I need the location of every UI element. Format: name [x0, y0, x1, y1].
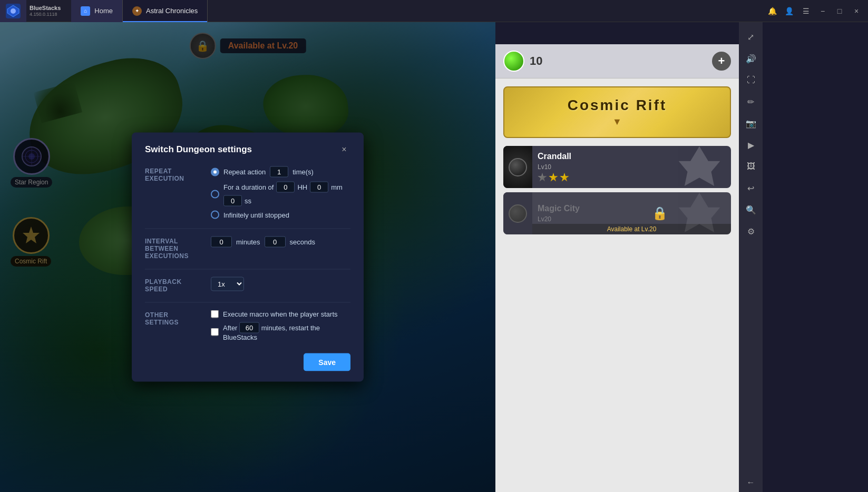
window-controls: 🔔 👤 ☰ − □ ×	[765, 4, 864, 18]
repeat-action-radio[interactable]	[211, 168, 219, 176]
volume-icon[interactable]: 🔊	[742, 49, 760, 68]
interval-minutes-input[interactable]	[211, 237, 232, 248]
account-btn[interactable]: 👤	[782, 4, 796, 18]
restart-minutes-input[interactable]	[239, 322, 259, 333]
interval-minutes-label: minutes	[236, 238, 260, 246]
cosmic-rift-title: Cosmic Rift	[514, 97, 720, 114]
right-panel: 10 + Cosmic Rift ▼ Crandall Lv10	[495, 44, 739, 492]
crandall-avatar-ball	[509, 158, 527, 176]
mm-input[interactable]	[223, 195, 242, 206]
magic-city-lock-icon: 🔒	[652, 206, 668, 221]
right-toolbar: ⤢ 🔊 ⛶ ✏ 📷 ▶ 🖼 ↩ 🔍 ⚙ ←	[739, 22, 763, 492]
for-duration-row: For a duration of HH mm ss	[211, 182, 350, 206]
mm-label: mm	[331, 183, 343, 191]
execute-macro-checkbox[interactable]	[211, 310, 219, 318]
dialog-title: Switch Dungeon settings	[145, 144, 252, 155]
dialog-close-button[interactable]: ×	[338, 143, 350, 156]
divider-3	[145, 302, 350, 303]
divider-1	[145, 229, 350, 229]
tab-game[interactable]: ✦ Astral Chronicles	[123, 0, 208, 22]
close-btn[interactable]: ×	[849, 4, 864, 18]
repeat-times-input[interactable]	[270, 166, 288, 178]
repeat-execution-section: Repeat execution Repeat action time(s)	[145, 166, 350, 219]
fullscreen-icon[interactable]: ⛶	[742, 71, 760, 90]
tab-home[interactable]: ⌂ Home	[71, 0, 123, 22]
ss-label: ss	[245, 197, 251, 205]
execute-macro-label: Execute macro when the player starts	[223, 310, 338, 318]
magic-city-avatar	[503, 192, 532, 234]
play-icon[interactable]: ▶	[742, 135, 760, 154]
star-1	[538, 173, 547, 182]
repeat-action-label: Repeat action	[223, 168, 266, 176]
search-icon[interactable]: 🔍	[742, 200, 760, 219]
edit-icon[interactable]: ✏	[742, 92, 760, 111]
gem-icon	[503, 51, 524, 72]
maximize-btn[interactable]: □	[832, 4, 847, 18]
hh-input[interactable]	[310, 182, 328, 193]
restart-bluestacks-checkbox[interactable]	[211, 328, 219, 336]
infinitely-row: Infinitely until stopped	[211, 211, 350, 219]
restart-bluestacks-label: After minutes, restart the BlueStacks	[223, 322, 350, 341]
minimize-btn[interactable]: −	[815, 4, 830, 18]
playback-speed-label: Playback speed	[145, 277, 203, 293]
hh-label: HH	[297, 183, 307, 191]
game-viewport: 🔒 Available at Lv.20 Star Region	[0, 22, 495, 492]
checkbox-group: Execute macro when the player starts Aft…	[211, 310, 350, 341]
notification-btn[interactable]: 🔔	[765, 4, 779, 18]
repeat-radio-group: Repeat action time(s) For a duration of …	[211, 166, 350, 219]
other-settings-label: Other settings	[145, 310, 203, 326]
star-2	[549, 173, 558, 182]
cosmic-rift-expand-arrow: ▼	[514, 116, 720, 127]
crandall-avatar	[503, 146, 532, 188]
playback-section: Playback speed 0.5x 1x 1.5x 2x	[145, 277, 350, 293]
infinitely-radio[interactable]	[211, 211, 219, 219]
playback-speed-select[interactable]: 0.5x 1x 1.5x 2x	[211, 277, 244, 291]
repeat-times-suffix: time(s)	[292, 168, 314, 176]
interval-seconds-label: seconds	[290, 238, 315, 246]
expand-icon[interactable]: ⤢	[742, 27, 760, 46]
svg-marker-9	[679, 146, 720, 186]
home-tab-icon: ⌂	[81, 6, 90, 16]
add-gem-button[interactable]: +	[712, 52, 731, 71]
other-settings-content: Execute macro when the player starts Aft…	[211, 310, 350, 341]
interval-content: minutes seconds	[211, 237, 350, 248]
switch-dungeon-dialog: Switch Dungeon settings × Repeat executi…	[132, 133, 364, 382]
star-3	[560, 173, 569, 182]
svg-point-2	[11, 8, 16, 14]
right-panel-top: 10 +	[495, 44, 739, 78]
repeat-action-row: Repeat action time(s)	[211, 166, 350, 178]
menu-btn[interactable]: ☰	[798, 4, 813, 18]
gem-count: 10	[530, 54, 707, 68]
settings-icon[interactable]: ⚙	[742, 222, 760, 241]
interval-seconds-input[interactable]	[265, 237, 286, 248]
repeat-execution-content: Repeat action time(s) For a duration of …	[211, 166, 350, 219]
interval-label: Interval between executions	[145, 237, 203, 260]
crandall-card[interactable]: Crandall Lv10	[503, 146, 731, 188]
titlebar: BlueStacks 4.150.0.1118 ⌂ Home ✦ Astral …	[0, 0, 868, 22]
main-content: 🔒 Available at Lv.20 Star Region	[0, 22, 739, 492]
for-duration-radio[interactable]	[211, 190, 219, 198]
magic-city-avatar-ball	[509, 204, 527, 223]
restart-bluestacks-row: After minutes, restart the BlueStacks	[211, 322, 350, 341]
image-icon[interactable]: 🖼	[742, 157, 760, 176]
cosmic-rift-banner[interactable]: Cosmic Rift ▼	[503, 86, 731, 138]
dialog-header: Switch Dungeon settings ×	[145, 143, 350, 156]
divider-2	[145, 269, 350, 270]
other-settings-section: Other settings Execute macro when the pl…	[145, 310, 350, 341]
for-duration-label: For a duration of	[223, 183, 274, 191]
dialog-footer: Save	[145, 351, 350, 371]
playback-content: 0.5x 1x 1.5x 2x	[211, 277, 350, 291]
camera-icon[interactable]: 📷	[742, 114, 760, 133]
app-logo	[0, 0, 26, 22]
interval-section: Interval between executions minutes seco…	[145, 237, 350, 260]
undo-icon[interactable]: ↩	[742, 179, 760, 198]
duration-content: For a duration of HH mm ss	[223, 182, 350, 206]
save-button[interactable]: Save	[304, 353, 350, 371]
infinitely-label: Infinitely until stopped	[223, 211, 289, 219]
magic-city-card[interactable]: Magic City Lv20 🔒 Available at Lv.20	[503, 192, 731, 234]
crandall-bg-decor	[668, 146, 731, 188]
app-name-block: BlueStacks 4.150.0.1118	[30, 5, 61, 17]
magic-city-bg-decor	[668, 192, 731, 234]
duration-of-input[interactable]	[276, 182, 295, 193]
back-icon[interactable]: ←	[742, 473, 760, 492]
